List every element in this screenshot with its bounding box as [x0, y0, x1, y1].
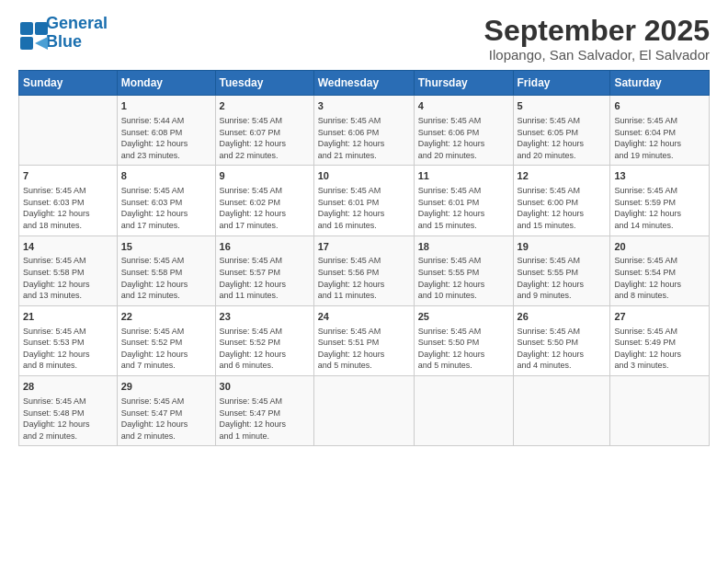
day-number: 22 [121, 310, 211, 324]
day-info: Sunrise: 5:45 AM Sunset: 6:02 PM Dayligh… [220, 185, 310, 231]
calendar-cell: 22Sunrise: 5:45 AM Sunset: 5:52 PM Dayli… [117, 305, 215, 375]
calendar-cell: 11Sunrise: 5:45 AM Sunset: 6:01 PM Dayli… [414, 166, 513, 236]
day-number: 11 [418, 169, 509, 183]
day-info: Sunrise: 5:45 AM Sunset: 5:55 PM Dayligh… [518, 255, 607, 301]
day-info: Sunrise: 5:45 AM Sunset: 6:04 PM Dayligh… [614, 115, 705, 161]
day-info: Sunrise: 5:45 AM Sunset: 5:49 PM Dayligh… [614, 326, 705, 372]
calendar-cell: 3Sunrise: 5:45 AM Sunset: 6:06 PM Daylig… [313, 96, 414, 166]
calendar-cell [313, 376, 414, 446]
day-info: Sunrise: 5:45 AM Sunset: 5:55 PM Dayligh… [418, 255, 509, 301]
day-info: Sunrise: 5:45 AM Sunset: 5:47 PM Dayligh… [121, 396, 211, 442]
calendar-cell: 13Sunrise: 5:45 AM Sunset: 5:59 PM Dayli… [610, 166, 710, 236]
calendar-cell: 2Sunrise: 5:45 AM Sunset: 6:07 PM Daylig… [215, 96, 313, 166]
day-info: Sunrise: 5:45 AM Sunset: 6:05 PM Dayligh… [518, 115, 607, 161]
day-number: 18 [418, 240, 509, 254]
day-number: 5 [518, 99, 607, 113]
calendar-cell: 4Sunrise: 5:45 AM Sunset: 6:06 PM Daylig… [414, 96, 513, 166]
day-info: Sunrise: 5:45 AM Sunset: 6:07 PM Dayligh… [220, 115, 310, 161]
day-number: 30 [220, 380, 310, 394]
page: General Blue September 2025 Ilopango, Sa… [0, 0, 728, 563]
week-row-5: 28Sunrise: 5:45 AM Sunset: 5:48 PM Dayli… [19, 376, 710, 446]
day-number: 6 [614, 99, 705, 113]
day-info: Sunrise: 5:45 AM Sunset: 5:50 PM Dayligh… [418, 326, 509, 372]
day-number: 2 [220, 99, 310, 113]
svg-rect-1 [35, 22, 48, 35]
weekday-header-saturday: Saturday [610, 71, 710, 96]
weekday-header-sunday: Sunday [19, 71, 118, 96]
calendar-cell: 20Sunrise: 5:45 AM Sunset: 5:54 PM Dayli… [610, 236, 710, 305]
day-number: 4 [418, 99, 509, 113]
day-info: Sunrise: 5:45 AM Sunset: 5:56 PM Dayligh… [318, 255, 410, 301]
day-number: 1 [121, 99, 211, 113]
day-number: 17 [318, 240, 410, 254]
calendar-cell: 30Sunrise: 5:45 AM Sunset: 5:47 PM Dayli… [215, 376, 313, 446]
logo-icon [18, 20, 44, 46]
day-number: 21 [23, 310, 113, 324]
calendar-cell: 18Sunrise: 5:45 AM Sunset: 5:55 PM Dayli… [414, 236, 513, 305]
calendar-cell: 10Sunrise: 5:45 AM Sunset: 6:01 PM Dayli… [313, 166, 414, 236]
day-info: Sunrise: 5:45 AM Sunset: 6:00 PM Dayligh… [518, 185, 607, 231]
calendar-cell: 1Sunrise: 5:44 AM Sunset: 6:08 PM Daylig… [117, 96, 215, 166]
svg-rect-2 [20, 37, 33, 50]
calendar-cell: 15Sunrise: 5:45 AM Sunset: 5:58 PM Dayli… [117, 236, 215, 305]
day-number: 29 [121, 380, 211, 394]
calendar-cell: 27Sunrise: 5:45 AM Sunset: 5:49 PM Dayli… [610, 305, 710, 375]
calendar-cell [414, 376, 513, 446]
calendar-cell: 16Sunrise: 5:45 AM Sunset: 5:57 PM Dayli… [215, 236, 313, 305]
calendar-cell: 24Sunrise: 5:45 AM Sunset: 5:51 PM Dayli… [313, 305, 414, 375]
day-info: Sunrise: 5:45 AM Sunset: 6:01 PM Dayligh… [318, 185, 410, 231]
day-number: 20 [614, 240, 705, 254]
logo-text: General Blue [46, 15, 108, 52]
day-info: Sunrise: 5:45 AM Sunset: 5:52 PM Dayligh… [121, 326, 211, 372]
day-number: 14 [23, 240, 113, 254]
calendar-table: SundayMondayTuesdayWednesdayThursdayFrid… [18, 70, 710, 446]
day-number: 19 [518, 240, 607, 254]
calendar-cell: 6Sunrise: 5:45 AM Sunset: 6:04 PM Daylig… [610, 96, 710, 166]
day-number: 3 [318, 99, 410, 113]
main-title: September 2025 [484, 15, 710, 47]
day-info: Sunrise: 5:45 AM Sunset: 5:53 PM Dayligh… [23, 326, 113, 372]
calendar-cell: 5Sunrise: 5:45 AM Sunset: 6:05 PM Daylig… [513, 96, 610, 166]
svg-rect-0 [20, 22, 33, 35]
day-info: Sunrise: 5:45 AM Sunset: 6:06 PM Dayligh… [418, 115, 509, 161]
day-number: 25 [418, 310, 509, 324]
header: General Blue September 2025 Ilopango, Sa… [18, 15, 710, 63]
day-info: Sunrise: 5:45 AM Sunset: 6:06 PM Dayligh… [318, 115, 410, 161]
day-number: 7 [23, 169, 113, 183]
day-info: Sunrise: 5:45 AM Sunset: 5:58 PM Dayligh… [23, 255, 113, 301]
title-section: September 2025 Ilopango, San Salvador, E… [484, 15, 710, 63]
week-row-3: 14Sunrise: 5:45 AM Sunset: 5:58 PM Dayli… [19, 236, 710, 305]
calendar-cell [610, 376, 710, 446]
day-number: 16 [220, 240, 310, 254]
day-number: 15 [121, 240, 211, 254]
header-row: SundayMondayTuesdayWednesdayThursdayFrid… [19, 71, 710, 96]
calendar-cell: 14Sunrise: 5:45 AM Sunset: 5:58 PM Dayli… [19, 236, 118, 305]
week-row-2: 7Sunrise: 5:45 AM Sunset: 6:03 PM Daylig… [19, 166, 710, 236]
calendar-cell [19, 96, 118, 166]
day-number: 27 [614, 310, 705, 324]
calendar-cell: 8Sunrise: 5:45 AM Sunset: 6:03 PM Daylig… [117, 166, 215, 236]
calendar-cell: 25Sunrise: 5:45 AM Sunset: 5:50 PM Dayli… [414, 305, 513, 375]
calendar-cell [513, 376, 610, 446]
weekday-header-monday: Monday [117, 71, 215, 96]
calendar-cell: 26Sunrise: 5:45 AM Sunset: 5:50 PM Dayli… [513, 305, 610, 375]
day-info: Sunrise: 5:45 AM Sunset: 5:48 PM Dayligh… [23, 396, 113, 442]
day-info: Sunrise: 5:45 AM Sunset: 6:01 PM Dayligh… [418, 185, 509, 231]
day-info: Sunrise: 5:45 AM Sunset: 5:54 PM Dayligh… [614, 255, 705, 301]
weekday-header-wednesday: Wednesday [313, 71, 414, 96]
day-info: Sunrise: 5:45 AM Sunset: 5:50 PM Dayligh… [518, 326, 607, 372]
day-info: Sunrise: 5:45 AM Sunset: 5:47 PM Dayligh… [220, 396, 310, 442]
calendar-cell: 7Sunrise: 5:45 AM Sunset: 6:03 PM Daylig… [19, 166, 118, 236]
day-number: 24 [318, 310, 410, 324]
day-number: 12 [518, 169, 607, 183]
day-info: Sunrise: 5:45 AM Sunset: 5:57 PM Dayligh… [220, 255, 310, 301]
calendar-cell: 19Sunrise: 5:45 AM Sunset: 5:55 PM Dayli… [513, 236, 610, 305]
logo-line2: Blue [46, 32, 82, 51]
day-info: Sunrise: 5:45 AM Sunset: 6:03 PM Dayligh… [23, 185, 113, 231]
day-number: 10 [318, 169, 410, 183]
day-info: Sunrise: 5:45 AM Sunset: 5:59 PM Dayligh… [614, 185, 705, 231]
subtitle: Ilopango, San Salvador, El Salvador [484, 47, 710, 63]
calendar-cell: 28Sunrise: 5:45 AM Sunset: 5:48 PM Dayli… [19, 376, 118, 446]
calendar-cell: 21Sunrise: 5:45 AM Sunset: 5:53 PM Dayli… [19, 305, 118, 375]
week-row-1: 1Sunrise: 5:44 AM Sunset: 6:08 PM Daylig… [19, 96, 710, 166]
